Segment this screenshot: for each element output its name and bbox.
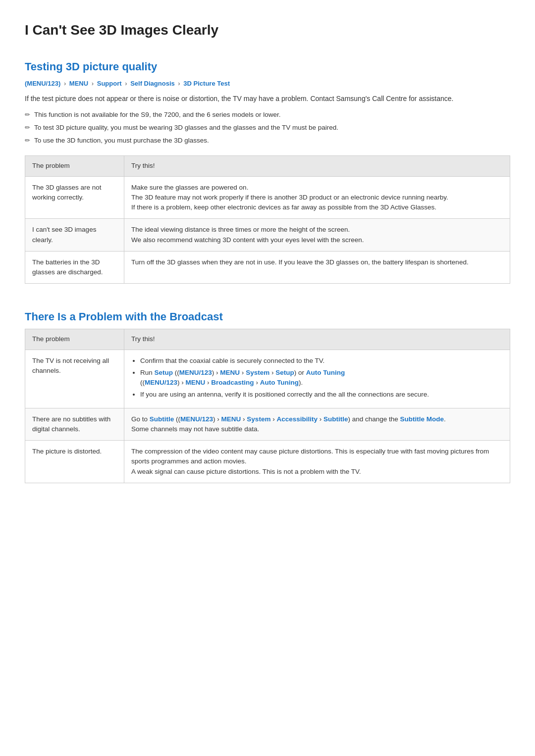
problem-cell: I can't see 3D images clearly. xyxy=(25,219,124,252)
link-menub[interactable]: MENU xyxy=(186,379,206,386)
link-setup[interactable]: Setup xyxy=(155,369,173,376)
link-menuc[interactable]: MENU xyxy=(221,415,241,423)
table-header-solution: Try this! xyxy=(124,329,510,350)
breadcrumb-3dtest[interactable]: 3D Picture Test xyxy=(183,80,230,87)
problem-cell: The 3D glasses are not working correctly… xyxy=(25,176,124,219)
breadcrumb-menu[interactable]: MENU xyxy=(69,80,88,87)
note-item: This function is not available for the S… xyxy=(25,110,510,120)
section2-table: The problem Try this! The TV is not rece… xyxy=(25,329,510,483)
link-menu123[interactable]: MENU/123 xyxy=(179,369,212,376)
section-broadcast: There Is a Problem with the Broadcast Th… xyxy=(25,308,510,483)
table-row: I can't see 3D images clearly. The ideal… xyxy=(25,219,510,252)
link-subtitle[interactable]: Subtitle xyxy=(150,415,174,423)
table-row: The batteries in the 3D glasses are disc… xyxy=(25,251,510,284)
link-subtitlemode[interactable]: Subtitle Mode xyxy=(400,415,444,423)
solution-text: Turn off the 3D glasses when they are no… xyxy=(131,258,469,266)
link-autotuning[interactable]: Auto Tuning xyxy=(306,369,345,376)
note-item: To test 3D picture quality, you must be … xyxy=(25,123,510,133)
table-row: The TV is not receiving all channels. Co… xyxy=(25,350,510,408)
page-title: I Can't See 3D Images Clearly xyxy=(25,20,510,41)
section1-heading: Testing 3D picture quality xyxy=(25,58,510,75)
bullet-item: Run Setup ((MENU/123) › MENU › System › … xyxy=(140,368,503,388)
link-menu123b[interactable]: MENU/123 xyxy=(145,379,177,386)
link-menu123c[interactable]: MENU/123 xyxy=(180,415,213,423)
breadcrumb-support[interactable]: Support xyxy=(97,80,122,87)
breadcrumb-sep2: › xyxy=(92,80,94,87)
breadcrumb-menu123[interactable]: (MENU/123) xyxy=(25,80,60,87)
breadcrumb-selfdiag[interactable]: Self Diagnosis xyxy=(130,80,175,87)
problem-cell: The TV is not receiving all channels. xyxy=(25,350,124,408)
table-header-problem: The problem xyxy=(25,156,124,176)
link-setup2[interactable]: Setup xyxy=(275,369,294,376)
breadcrumb-sep4: › xyxy=(178,80,180,87)
solution-cell: Turn off the 3D glasses when they are no… xyxy=(124,251,510,284)
link-systemc[interactable]: System xyxy=(247,415,270,423)
solution-text: The ideal viewing distance is three time… xyxy=(131,226,364,243)
table-header-problem: The problem xyxy=(25,329,124,350)
breadcrumb-sep3: › xyxy=(125,80,127,87)
link-system[interactable]: System xyxy=(246,369,269,376)
solution-text: Go to Subtitle ((MENU/123) › MENU › Syst… xyxy=(131,415,446,433)
note-item: To use the 3D function, you must purchas… xyxy=(25,136,510,146)
table-row: There are no subtitles with digital chan… xyxy=(25,408,510,441)
solution-bullets: Confirm that the coaxial cable is secure… xyxy=(131,356,503,400)
solution-cell: The compression of the video content may… xyxy=(124,441,510,483)
problem-cell: The picture is distorted. xyxy=(25,441,124,483)
breadcrumb: (MENU/123) › MENU › Support › Self Diagn… xyxy=(25,79,510,89)
bullet-item: If you are using an antenna, verify it i… xyxy=(140,390,503,400)
solution-text: Make sure the glasses are powered on.The… xyxy=(131,184,448,211)
section1-table: The problem Try this! The 3D glasses are… xyxy=(25,155,510,284)
bullet-item: Confirm that the coaxial cable is secure… xyxy=(140,356,503,366)
link-accessibility[interactable]: Accessibility xyxy=(276,415,318,423)
table-header-solution: Try this! xyxy=(124,156,510,176)
table-row: The picture is distorted. The compressio… xyxy=(25,441,510,483)
breadcrumb-sep1: › xyxy=(64,80,66,87)
problem-cell: The batteries in the 3D glasses are disc… xyxy=(25,251,124,284)
link-subtitle2[interactable]: Subtitle xyxy=(323,415,348,423)
link-autotuning2[interactable]: Auto Tuning xyxy=(260,379,299,386)
section1-notes: This function is not available for the S… xyxy=(25,110,510,146)
section2-heading: There Is a Problem with the Broadcast xyxy=(25,308,510,325)
solution-cell: The ideal viewing distance is three time… xyxy=(124,219,510,252)
section-3d-quality: Testing 3D picture quality (MENU/123) › … xyxy=(25,58,510,284)
solution-cell: Make sure the glasses are powered on.The… xyxy=(124,176,510,219)
section1-intro: If the test picture does not appear or t… xyxy=(25,94,510,104)
solution-text: The compression of the video content may… xyxy=(131,448,489,475)
solution-cell: Confirm that the coaxial cable is secure… xyxy=(124,350,510,408)
link-broadcasting[interactable]: Broadcasting xyxy=(211,379,254,386)
table-row: The 3D glasses are not working correctly… xyxy=(25,176,510,219)
solution-cell: Go to Subtitle ((MENU/123) › MENU › Syst… xyxy=(124,408,510,441)
link-menu[interactable]: MENU xyxy=(220,369,240,376)
problem-cell: There are no subtitles with digital chan… xyxy=(25,408,124,441)
